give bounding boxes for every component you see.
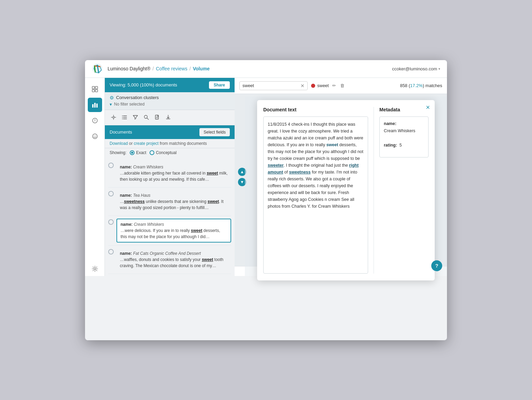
- user-menu[interactable]: ccoker@luminoso.com ▾: [392, 66, 440, 71]
- delete-concept-btn[interactable]: 🗑: [339, 82, 346, 89]
- doc-content-2[interactable]: name: Tea Haus …sweetness unlike dessert…: [116, 190, 231, 213]
- exact-label: Exact: [136, 150, 146, 155]
- meta-rating-value: 5: [400, 143, 402, 148]
- metadata-title: Metadata: [379, 107, 429, 112]
- filter-icon[interactable]: ▾: [110, 102, 112, 107]
- svg-point-18: [122, 117, 123, 118]
- toolbar: [105, 110, 235, 125]
- download-link[interactable]: Download: [110, 141, 128, 146]
- sidebar-item-grid[interactable]: [88, 82, 102, 96]
- svg-rect-7: [96, 104, 98, 108]
- showing-label: Showing:: [110, 150, 126, 155]
- gear-icon: [92, 266, 98, 272]
- svg-rect-6: [94, 103, 96, 108]
- search-input-wrap: ✕: [239, 81, 308, 90]
- modal-overlay: × Document text 11/8/2015 4 check-ins I …: [245, 97, 447, 276]
- svg-rect-4: [95, 89, 98, 92]
- list-item: name: Fat Cats Organic Coffee And Desser…: [108, 246, 231, 274]
- svg-rect-3: [92, 89, 95, 92]
- project-crumb[interactable]: Coffee reviews: [156, 66, 187, 71]
- download-toolbar-btn[interactable]: [163, 113, 173, 122]
- bar-chart-icon: [92, 102, 98, 108]
- list-item: name: Cream Whiskers …adorable kitten ge…: [108, 159, 231, 188]
- search-toolbar-btn[interactable]: [141, 113, 151, 122]
- modal-close-button[interactable]: ×: [426, 104, 430, 111]
- filter-toolbar-btn[interactable]: [130, 113, 140, 122]
- list-toolbar-btn[interactable]: [119, 113, 129, 122]
- conceptual-label: Conceptual: [156, 150, 177, 155]
- sidebar-item-chart[interactable]: [88, 98, 102, 112]
- meta-rating-row: rating: 5: [384, 142, 424, 149]
- exact-radio-circle: [130, 150, 135, 155]
- meta-name-key: name:: [384, 121, 396, 126]
- doc-name-2: name: Tea Haus: [120, 192, 228, 198]
- search-icon: [144, 115, 149, 120]
- svg-point-12: [94, 268, 96, 270]
- download-icon: [166, 115, 171, 120]
- matches-count: 858 (17.2%) matches: [400, 83, 442, 88]
- doc-radio-4[interactable]: [108, 249, 114, 254]
- svg-line-21: [147, 118, 149, 120]
- document-toolbar-btn[interactable]: [152, 113, 162, 122]
- concept-color-dot: [311, 84, 315, 88]
- sidebar-item-sentiment[interactable]: [88, 129, 102, 143]
- document-list: name: Cream Whiskers …adorable kitten ge…: [105, 157, 235, 276]
- showing-row: Showing: Exact Conceptual: [105, 148, 235, 157]
- svg-point-11: [95, 135, 96, 136]
- search-bar: ✕ sweet ✏ 🗑 858 (17.2%) matches: [235, 78, 447, 94]
- doc-radio-1[interactable]: [108, 163, 114, 168]
- conceptual-radio-circle: [150, 150, 154, 155]
- doc-content-4[interactable]: name: Fat Cats Organic Coffee And Desser…: [116, 248, 231, 271]
- filter-section: ⚙ Conversation clusters ▾ No filter sele…: [105, 92, 235, 110]
- top-nav: Luminoso Daylight® / Coffee reviews / Vo…: [85, 60, 447, 78]
- svg-point-10: [94, 135, 94, 136]
- conceptual-radio[interactable]: Conceptual: [150, 150, 177, 155]
- page-crumb: Volume: [193, 66, 210, 71]
- search-clear-icon[interactable]: ✕: [300, 83, 305, 88]
- matches-pct: 17.2%: [410, 83, 423, 88]
- create-project-link[interactable]: create project: [134, 141, 159, 146]
- svg-rect-2: [95, 86, 98, 89]
- highlight-sweet: sweet: [326, 142, 338, 147]
- highlight-sweetness: sweetness: [289, 170, 311, 175]
- doc-text-content: 11/8/2015 4 check-ins I thought this pla…: [263, 116, 368, 274]
- doc-radio-3[interactable]: [108, 219, 114, 225]
- meta-name-row: name: Cream Whiskers: [384, 120, 424, 135]
- metadata-content: name: Cream Whiskers rating: 5: [379, 116, 429, 157]
- download-row: Download or create project from matching…: [105, 139, 235, 148]
- sidebar-item-compass[interactable]: [88, 113, 102, 128]
- share-button[interactable]: Share: [209, 81, 230, 89]
- doc-snippet-4: …waffles, donuts and cookies to satisfy …: [120, 257, 228, 269]
- list-item: name: Cream Whiskers …were delicious. If…: [108, 216, 231, 246]
- doc-content-1[interactable]: name: Cream Whiskers …adorable kitten ge…: [116, 162, 231, 184]
- sidebar-item-settings[interactable]: [88, 262, 102, 276]
- left-panel: Viewing: 5,000 (100%) documents Share ⚙ …: [105, 78, 235, 276]
- brand-label: Luminoso Daylight®: [108, 66, 151, 71]
- sep1: /: [153, 66, 154, 71]
- highlight-sweeter: sweeter: [268, 163, 284, 168]
- doc-radio-2[interactable]: [108, 191, 114, 196]
- chevron-down-icon: ▾: [438, 67, 440, 71]
- clusters-label: Conversation clusters: [116, 95, 159, 100]
- logo-icon: [92, 63, 103, 74]
- doc-content-3[interactable]: name: Cream Whiskers …were delicious. If…: [116, 219, 231, 243]
- no-filter-label: No filter selected: [114, 102, 144, 107]
- clusters-settings-icon[interactable]: ⚙: [110, 95, 114, 100]
- select-fields-button[interactable]: Select fields: [199, 128, 230, 136]
- documents-header: Documents Select fields: [105, 125, 235, 139]
- meta-rating-key: rating:: [384, 143, 397, 148]
- svg-point-17: [122, 115, 123, 116]
- documents-title: Documents: [110, 129, 132, 135]
- exact-radio[interactable]: Exact: [130, 150, 146, 155]
- svg-point-19: [122, 119, 123, 119]
- help-button[interactable]: ?: [431, 260, 442, 271]
- document-icon: [155, 115, 160, 120]
- svg-rect-5: [92, 104, 94, 108]
- search-input[interactable]: [242, 83, 298, 88]
- svg-point-9: [93, 134, 97, 139]
- edit-concept-btn[interactable]: ✏: [331, 82, 337, 89]
- concept-actions: ✏ 🗑: [331, 82, 346, 89]
- viewing-bar: Viewing: 5,000 (100%) documents Share: [105, 78, 235, 92]
- settings-toolbar-btn[interactable]: [108, 113, 118, 122]
- modal-body: Document text 11/8/2015 4 check-ins I th…: [257, 100, 435, 280]
